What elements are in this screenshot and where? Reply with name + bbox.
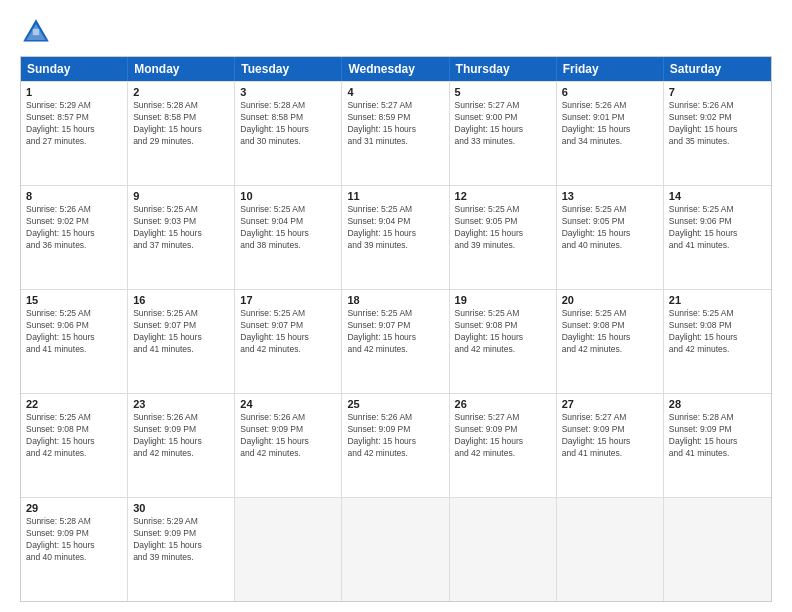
day-info: Sunrise: 5:28 AMSunset: 8:58 PMDaylight:… <box>133 100 229 148</box>
calendar-cell: 7Sunrise: 5:26 AMSunset: 9:02 PMDaylight… <box>664 82 771 185</box>
calendar-row: 8Sunrise: 5:26 AMSunset: 9:02 PMDaylight… <box>21 185 771 289</box>
day-number: 14 <box>669 190 766 202</box>
header <box>20 16 772 48</box>
calendar-cell: 20Sunrise: 5:25 AMSunset: 9:08 PMDayligh… <box>557 290 664 393</box>
calendar-cell: 6Sunrise: 5:26 AMSunset: 9:01 PMDaylight… <box>557 82 664 185</box>
empty-cell <box>235 498 342 601</box>
day-number: 5 <box>455 86 551 98</box>
day-info: Sunrise: 5:25 AMSunset: 9:03 PMDaylight:… <box>133 204 229 252</box>
day-info: Sunrise: 5:25 AMSunset: 9:06 PMDaylight:… <box>669 204 766 252</box>
day-info: Sunrise: 5:25 AMSunset: 9:08 PMDaylight:… <box>562 308 658 356</box>
calendar-cell: 12Sunrise: 5:25 AMSunset: 9:05 PMDayligh… <box>450 186 557 289</box>
day-info: Sunrise: 5:27 AMSunset: 9:00 PMDaylight:… <box>455 100 551 148</box>
header-day: Thursday <box>450 57 557 81</box>
calendar-cell: 9Sunrise: 5:25 AMSunset: 9:03 PMDaylight… <box>128 186 235 289</box>
day-number: 2 <box>133 86 229 98</box>
day-number: 16 <box>133 294 229 306</box>
day-number: 11 <box>347 190 443 202</box>
day-info: Sunrise: 5:25 AMSunset: 9:07 PMDaylight:… <box>347 308 443 356</box>
day-number: 29 <box>26 502 122 514</box>
day-info: Sunrise: 5:29 AMSunset: 8:57 PMDaylight:… <box>26 100 122 148</box>
calendar-cell: 4Sunrise: 5:27 AMSunset: 8:59 PMDaylight… <box>342 82 449 185</box>
calendar-cell: 11Sunrise: 5:25 AMSunset: 9:04 PMDayligh… <box>342 186 449 289</box>
header-day: Sunday <box>21 57 128 81</box>
calendar-cell: 28Sunrise: 5:28 AMSunset: 9:09 PMDayligh… <box>664 394 771 497</box>
day-info: Sunrise: 5:25 AMSunset: 9:08 PMDaylight:… <box>669 308 766 356</box>
day-number: 21 <box>669 294 766 306</box>
day-info: Sunrise: 5:25 AMSunset: 9:05 PMDaylight:… <box>562 204 658 252</box>
page: SundayMondayTuesdayWednesdayThursdayFrid… <box>0 0 792 612</box>
day-info: Sunrise: 5:25 AMSunset: 9:08 PMDaylight:… <box>455 308 551 356</box>
calendar-cell: 14Sunrise: 5:25 AMSunset: 9:06 PMDayligh… <box>664 186 771 289</box>
calendar-row: 22Sunrise: 5:25 AMSunset: 9:08 PMDayligh… <box>21 393 771 497</box>
empty-cell <box>664 498 771 601</box>
calendar-cell: 10Sunrise: 5:25 AMSunset: 9:04 PMDayligh… <box>235 186 342 289</box>
day-number: 6 <box>562 86 658 98</box>
calendar-cell: 29Sunrise: 5:28 AMSunset: 9:09 PMDayligh… <box>21 498 128 601</box>
header-day: Friday <box>557 57 664 81</box>
calendar-row: 1Sunrise: 5:29 AMSunset: 8:57 PMDaylight… <box>21 81 771 185</box>
logo <box>20 16 58 48</box>
header-day: Tuesday <box>235 57 342 81</box>
calendar-cell: 22Sunrise: 5:25 AMSunset: 9:08 PMDayligh… <box>21 394 128 497</box>
day-info: Sunrise: 5:26 AMSunset: 9:09 PMDaylight:… <box>347 412 443 460</box>
day-number: 27 <box>562 398 658 410</box>
day-number: 10 <box>240 190 336 202</box>
calendar-body: 1Sunrise: 5:29 AMSunset: 8:57 PMDaylight… <box>21 81 771 601</box>
calendar-cell: 1Sunrise: 5:29 AMSunset: 8:57 PMDaylight… <box>21 82 128 185</box>
day-number: 12 <box>455 190 551 202</box>
calendar-cell: 15Sunrise: 5:25 AMSunset: 9:06 PMDayligh… <box>21 290 128 393</box>
calendar-cell: 24Sunrise: 5:26 AMSunset: 9:09 PMDayligh… <box>235 394 342 497</box>
day-number: 13 <box>562 190 658 202</box>
calendar-cell: 2Sunrise: 5:28 AMSunset: 8:58 PMDaylight… <box>128 82 235 185</box>
day-info: Sunrise: 5:28 AMSunset: 8:58 PMDaylight:… <box>240 100 336 148</box>
day-info: Sunrise: 5:25 AMSunset: 9:06 PMDaylight:… <box>26 308 122 356</box>
svg-rect-2 <box>33 29 39 35</box>
calendar-cell: 13Sunrise: 5:25 AMSunset: 9:05 PMDayligh… <box>557 186 664 289</box>
calendar-cell: 3Sunrise: 5:28 AMSunset: 8:58 PMDaylight… <box>235 82 342 185</box>
empty-cell <box>342 498 449 601</box>
day-number: 25 <box>347 398 443 410</box>
day-info: Sunrise: 5:26 AMSunset: 9:02 PMDaylight:… <box>669 100 766 148</box>
day-number: 22 <box>26 398 122 410</box>
day-info: Sunrise: 5:25 AMSunset: 9:08 PMDaylight:… <box>26 412 122 460</box>
day-info: Sunrise: 5:25 AMSunset: 9:04 PMDaylight:… <box>347 204 443 252</box>
day-number: 24 <box>240 398 336 410</box>
header-day: Monday <box>128 57 235 81</box>
day-number: 8 <box>26 190 122 202</box>
logo-icon <box>20 16 52 48</box>
calendar-row: 29Sunrise: 5:28 AMSunset: 9:09 PMDayligh… <box>21 497 771 601</box>
day-info: Sunrise: 5:26 AMSunset: 9:09 PMDaylight:… <box>133 412 229 460</box>
calendar-cell: 5Sunrise: 5:27 AMSunset: 9:00 PMDaylight… <box>450 82 557 185</box>
day-info: Sunrise: 5:26 AMSunset: 9:09 PMDaylight:… <box>240 412 336 460</box>
calendar-cell: 26Sunrise: 5:27 AMSunset: 9:09 PMDayligh… <box>450 394 557 497</box>
calendar: SundayMondayTuesdayWednesdayThursdayFrid… <box>20 56 772 602</box>
calendar-cell: 23Sunrise: 5:26 AMSunset: 9:09 PMDayligh… <box>128 394 235 497</box>
calendar-cell: 8Sunrise: 5:26 AMSunset: 9:02 PMDaylight… <box>21 186 128 289</box>
calendar-cell: 18Sunrise: 5:25 AMSunset: 9:07 PMDayligh… <box>342 290 449 393</box>
day-info: Sunrise: 5:27 AMSunset: 9:09 PMDaylight:… <box>562 412 658 460</box>
day-number: 4 <box>347 86 443 98</box>
calendar-cell: 27Sunrise: 5:27 AMSunset: 9:09 PMDayligh… <box>557 394 664 497</box>
day-number: 7 <box>669 86 766 98</box>
calendar-cell: 30Sunrise: 5:29 AMSunset: 9:09 PMDayligh… <box>128 498 235 601</box>
calendar-row: 15Sunrise: 5:25 AMSunset: 9:06 PMDayligh… <box>21 289 771 393</box>
day-info: Sunrise: 5:29 AMSunset: 9:09 PMDaylight:… <box>133 516 229 564</box>
calendar-header: SundayMondayTuesdayWednesdayThursdayFrid… <box>21 57 771 81</box>
calendar-cell: 16Sunrise: 5:25 AMSunset: 9:07 PMDayligh… <box>128 290 235 393</box>
day-info: Sunrise: 5:26 AMSunset: 9:02 PMDaylight:… <box>26 204 122 252</box>
header-day: Saturday <box>664 57 771 81</box>
day-info: Sunrise: 5:25 AMSunset: 9:04 PMDaylight:… <box>240 204 336 252</box>
day-info: Sunrise: 5:25 AMSunset: 9:05 PMDaylight:… <box>455 204 551 252</box>
day-info: Sunrise: 5:25 AMSunset: 9:07 PMDaylight:… <box>133 308 229 356</box>
day-number: 1 <box>26 86 122 98</box>
day-number: 3 <box>240 86 336 98</box>
day-number: 28 <box>669 398 766 410</box>
day-info: Sunrise: 5:25 AMSunset: 9:07 PMDaylight:… <box>240 308 336 356</box>
day-number: 19 <box>455 294 551 306</box>
day-number: 18 <box>347 294 443 306</box>
calendar-cell: 21Sunrise: 5:25 AMSunset: 9:08 PMDayligh… <box>664 290 771 393</box>
calendar-cell: 17Sunrise: 5:25 AMSunset: 9:07 PMDayligh… <box>235 290 342 393</box>
calendar-cell: 25Sunrise: 5:26 AMSunset: 9:09 PMDayligh… <box>342 394 449 497</box>
day-number: 9 <box>133 190 229 202</box>
